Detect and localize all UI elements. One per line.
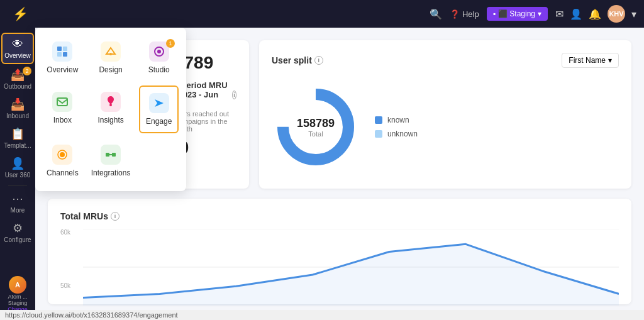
total-mrus-title: Total MRUs i	[60, 211, 619, 221]
user-split-title: User split i	[272, 55, 323, 65]
unknown-dot	[375, 130, 382, 138]
sidebar-item-configure[interactable]: ⚙ Configure	[1, 218, 34, 247]
menu-item-engage[interactable]: Engage	[139, 86, 179, 133]
svg-rect-1	[63, 47, 67, 51]
dropdown-arrow-icon: ▾	[608, 56, 612, 65]
svg-rect-7	[57, 98, 67, 106]
staging-button[interactable]: ▪ ⬛ Staging ▾	[487, 7, 548, 21]
total-mrus-info-icon[interactable]: i	[111, 212, 119, 221]
donut-container: 158789 Total known unknown	[272, 78, 619, 176]
atom-avatar: A	[9, 276, 26, 294]
url-bar: https://cloud.yellow.ai/bot/x16328316893…	[0, 310, 644, 320]
outbound-badge: 2	[23, 67, 31, 75]
donut-chart: 158789 Total	[272, 83, 360, 171]
menu-item-insights[interactable]: Insights	[87, 86, 135, 133]
topbar-actions: ✉ 👤 🔔 KHV ▾	[555, 5, 636, 23]
help-link[interactable]: ❓ Help	[450, 9, 479, 19]
overview-menu-icon	[52, 41, 72, 62]
help-icon: ❓	[450, 9, 460, 19]
sidebar-divider	[8, 185, 27, 185]
topbar: ⚡ 🔍 ❓ Help ▪ ⬛ Staging ▾ ✉ 👤 🔔 KHV ▾	[0, 0, 644, 28]
more-icon: ⋯	[12, 192, 23, 206]
menu-item-channels[interactable]: Channels	[43, 138, 82, 184]
inbox-menu-icon	[52, 92, 72, 112]
chart-svg	[83, 229, 619, 306]
user-icon[interactable]: 👤	[570, 8, 582, 20]
sidebar-item-templates[interactable]: 📋 Templat...	[1, 123, 34, 153]
sidebar: 👁 Overview 2 📤 Outbound 📥 Inbound 📋 Temp…	[0, 28, 35, 320]
svg-rect-13	[112, 153, 116, 157]
total-mrus-section: Total MRUs i 60k 50k	[48, 199, 631, 304]
svg-point-6	[157, 50, 161, 53]
svg-rect-3	[63, 52, 67, 57]
svg-point-10	[60, 152, 65, 157]
menu-item-inbox[interactable]: Inbox	[43, 86, 82, 133]
known-dot	[375, 116, 382, 124]
legend: known unknown	[375, 116, 418, 138]
svg-point-4	[109, 53, 112, 55]
topbar-left: ⚡	[8, 6, 28, 21]
sidebar-atom[interactable]: A Atom ... Staging Change	[5, 273, 30, 315]
studio-badge: 1	[166, 39, 175, 48]
logo: ⚡	[13, 7, 28, 21]
sidebar-item-outbound[interactable]: 2 📤 Outbound	[1, 64, 34, 94]
svg-marker-9	[155, 99, 164, 107]
chart-y-labels: 60k 50k	[60, 229, 70, 292]
menu-item-integrations[interactable]: Integrations	[87, 138, 135, 184]
sidebar-item-more[interactable]: ⋯ More	[1, 188, 34, 218]
period-info-icon[interactable]: i	[232, 91, 236, 99]
sidebar-item-overview[interactable]: 👁 Overview	[1, 33, 34, 64]
user-split-info-icon[interactable]: i	[314, 56, 323, 65]
inbound-icon: 📥	[11, 97, 25, 111]
integrations-menu-icon	[101, 145, 121, 165]
legend-unknown: unknown	[375, 130, 418, 138]
svg-rect-2	[57, 52, 62, 57]
sidebar-bottom: A Atom ... Staging Change	[5, 273, 30, 315]
svg-point-8	[109, 104, 112, 106]
sidebar-item-user360[interactable]: 👤 User 360	[1, 153, 34, 182]
donut-center: 158789 Total	[297, 117, 335, 138]
chart-area: 60k 50k	[60, 229, 619, 292]
menu-item-studio[interactable]: 1 Studio	[139, 35, 179, 80]
menu-item-overview[interactable]: Overview	[43, 35, 82, 80]
channels-menu-icon	[52, 145, 72, 165]
firstname-dropdown[interactable]: First Name ▾	[562, 53, 619, 68]
user360-icon: 👤	[11, 157, 25, 170]
bell-icon[interactable]: 🔔	[589, 8, 601, 20]
avatar-arrow-icon[interactable]: ▾	[631, 8, 636, 20]
design-menu-icon	[101, 41, 121, 62]
insights-menu-icon	[101, 92, 121, 112]
menu-item-design[interactable]: Design	[87, 35, 135, 80]
user-split-header: User split i First Name ▾	[272, 53, 619, 68]
staging-arrow: ▾	[538, 9, 541, 18]
staging-dot: ▪	[493, 9, 496, 18]
configure-icon: ⚙	[13, 221, 23, 235]
svg-rect-0	[57, 47, 62, 51]
dropdown-menu: Overview Design 1 Studio Inbox Insights …	[35, 28, 186, 191]
avatar[interactable]: KHV	[608, 5, 625, 23]
overview-icon: 👁	[12, 38, 23, 51]
templates-icon: 📋	[11, 127, 25, 141]
search-icon[interactable]: 🔍	[430, 8, 442, 20]
svg-rect-12	[106, 153, 109, 157]
engage-menu-icon	[149, 93, 169, 113]
svg-marker-21	[83, 244, 619, 305]
message-icon[interactable]: ✉	[555, 8, 564, 20]
user-split-card: User split i First Name ▾	[259, 40, 631, 189]
legend-known: known	[375, 116, 418, 124]
sidebar-item-inbound[interactable]: 📥 Inbound	[1, 94, 34, 123]
